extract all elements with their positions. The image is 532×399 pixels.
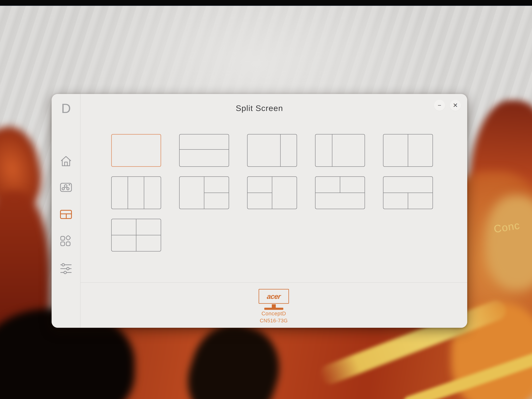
monitor-logo-base	[264, 308, 283, 310]
footer-divider	[81, 282, 467, 283]
splitscreen-window: D	[52, 94, 467, 328]
device-model: CN516-73G	[234, 318, 313, 323]
monitor-logo-stand	[272, 304, 276, 308]
layout-tile-top-cols-bottom-row[interactable]	[315, 176, 365, 209]
device-info: ConceptD CN516-73G	[234, 310, 313, 323]
layout-tile-single[interactable]	[111, 134, 161, 167]
acer-wordmark: acer	[266, 292, 281, 300]
layout-tile-quad[interactable]	[111, 219, 161, 252]
monitor-bezel-top	[0, 0, 532, 6]
layout-tile-two-rows[interactable]	[179, 134, 229, 167]
layout-tile-top-row-bottom-cols[interactable]	[383, 176, 433, 209]
layout-tile-three-cols[interactable]	[111, 176, 161, 209]
acer-monitor-logo: acer	[259, 289, 289, 304]
device-family: ConceptD	[234, 310, 313, 317]
layout-tile-two-cols-left-wide[interactable]	[247, 134, 297, 167]
layout-tile-left-col-right-rows[interactable]	[179, 176, 229, 209]
layout-tile-two-cols-right-wide[interactable]	[315, 134, 365, 167]
layout-tile-two-cols-equal[interactable]	[383, 134, 433, 167]
layout-tile-left-rows-right-col[interactable]	[247, 176, 297, 209]
